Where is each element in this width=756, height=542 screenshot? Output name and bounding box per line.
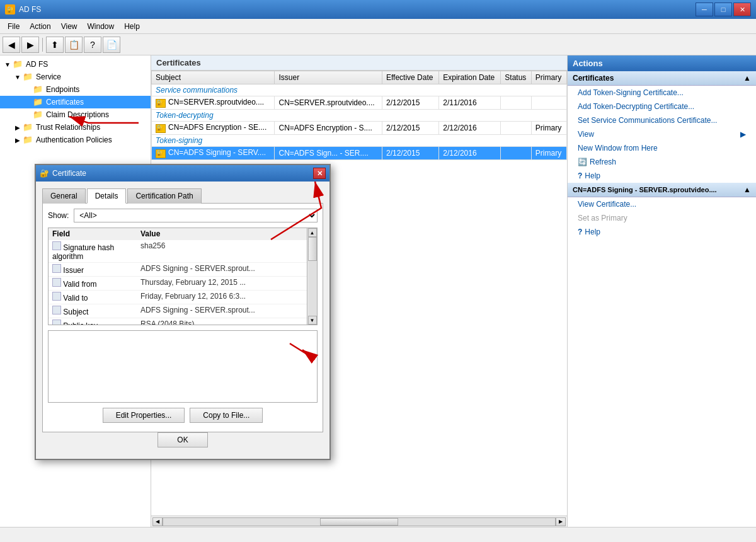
sidebar-item-trust[interactable]: ▶ 📁 Trust Relationships <box>0 121 151 134</box>
action-view-cert[interactable]: View Certificate... <box>568 197 756 211</box>
scroll-track[interactable] <box>163 517 556 526</box>
action-view[interactable]: View ▶ <box>568 127 756 141</box>
sidebar-label-endpoints: Endpoints <box>46 85 79 94</box>
field-row-2[interactable]: Valid from Thursday, February 12, 2015 .… <box>49 277 317 291</box>
action-refresh[interactable]: 🔄 Refresh <box>568 155 756 169</box>
dialog-ok-button[interactable]: OK <box>158 432 207 447</box>
edit-properties-button[interactable]: Edit Properties... <box>103 408 185 423</box>
forward-button[interactable]: ▶ <box>21 37 39 53</box>
tree-expand-certs: ▶ <box>23 99 33 106</box>
tab-cert-path-label: Certification Path <box>135 192 193 200</box>
cert-row-tokensign[interactable]: 🔐CN=ADFS Signing - SERV.... CN=ADFS Sign… <box>152 147 567 160</box>
tree-expand-endpoints: ▶ <box>23 86 33 93</box>
field-name-5: Public key <box>49 318 137 326</box>
tab-certification-path[interactable]: Certification Path <box>127 188 201 204</box>
action-set-service-comms[interactable]: Set Service Communications Certificate..… <box>568 113 756 127</box>
show-hide-button[interactable]: 📋 <box>65 37 83 53</box>
action-help-certs[interactable]: ? Help <box>568 169 756 183</box>
show-label: Show: <box>48 211 69 220</box>
sidebar-item-certificates[interactable]: ▶ 📁 Certificates <box>0 96 151 108</box>
window-title: AD FS <box>19 5 41 14</box>
menu-file[interactable]: File <box>3 20 25 33</box>
show-select[interactable]: <All> Version 1 Fields Only Extensions O… <box>74 209 318 222</box>
cert-expiration-servicecomm: 2/11/2016 <box>439 96 501 110</box>
cert-icon-tokensign: 🔐 <box>156 149 166 158</box>
sidebar-item-claims[interactable]: ▶ 📁 Claim Descriptions <box>0 108 151 121</box>
col-effective[interactable]: Effective Date <box>382 71 438 84</box>
field-icon-3 <box>52 292 61 301</box>
action-label-add-decrypting: Add Token-Decrypting Certificate... <box>578 102 694 111</box>
actions-section-signing-collapse[interactable]: ▲ <box>743 185 751 194</box>
window-controls: ─ □ ✕ <box>696 3 751 16</box>
scroll-right-track[interactable] <box>308 237 317 316</box>
show-row: Show: <All> Version 1 Fields Only Extens… <box>48 209 318 222</box>
field-row-0[interactable]: Signature hash algorithm sha256 <box>49 240 317 263</box>
scroll-down-arrow[interactable]: ▼ <box>308 316 317 325</box>
action-help-signing[interactable]: ? Help <box>568 225 756 239</box>
dialog-content: General Details Certification Path Show:… <box>36 182 329 459</box>
col-subject[interactable]: Subject <box>152 71 275 84</box>
sidebar-item-endpoints[interactable]: ▶ 📁 Endpoints <box>0 83 151 96</box>
cert-row-tokendecrypt[interactable]: 🔐CN=ADFS Encryption - SE.... CN=ADFS Enc… <box>152 122 567 135</box>
tab-general[interactable]: General <box>42 188 86 204</box>
action-add-signing[interactable]: Add Token-Signing Certificate... <box>568 86 756 100</box>
refresh-icon: 🔄 <box>578 158 587 166</box>
sidebar-label-certificates: Certificates <box>46 98 84 107</box>
field-icon-2 <box>52 278 61 287</box>
certificates-table: Subject Issuer Effective Date Expiration… <box>151 71 567 160</box>
scroll-right-arrow[interactable]: ▶ <box>556 517 566 526</box>
cert-status-tokendecrypt <box>501 122 532 135</box>
help-button[interactable]: ? <box>84 37 101 53</box>
sidebar-item-service[interactable]: ▼ 📁 Service <box>0 71 151 83</box>
properties-button[interactable]: 📄 <box>103 37 120 53</box>
col-primary[interactable]: Primary <box>531 71 566 84</box>
back-button[interactable]: ◀ <box>3 37 20 53</box>
section-header-token-sign: Token-signing <box>152 135 567 147</box>
horizontal-scrollbar[interactable]: ◀ ▶ <box>151 516 567 527</box>
col-status[interactable]: Status <box>501 71 532 84</box>
menu-view[interactable]: View <box>56 20 83 33</box>
action-new-window[interactable]: New Window from Here <box>568 141 756 155</box>
field-name-1: Issuer <box>49 263 137 277</box>
scroll-up-arrow[interactable]: ▲ <box>308 228 317 237</box>
copy-to-file-button[interactable]: Copy to File... <box>190 408 263 423</box>
col-issuer[interactable]: Issuer <box>275 71 382 84</box>
tab-details-content: Show: <All> Version 1 Fields Only Extens… <box>42 203 323 432</box>
help-icon-certs: ? <box>578 171 582 180</box>
scroll-right-thumb[interactable] <box>308 237 317 261</box>
actions-section-certificates[interactable]: Certificates ▲ <box>568 71 756 86</box>
field-row-5[interactable]: Public key RSA (2048 Bits) <box>49 318 317 326</box>
scroll-left-arrow[interactable]: ◀ <box>152 517 163 526</box>
tab-details[interactable]: Details <box>87 188 127 204</box>
field-row-4[interactable]: Subject ADFS Signing - SERVER.sprout... <box>49 304 317 318</box>
field-row-3[interactable]: Valid to Friday, February 12, 2016 6:3..… <box>49 291 317 304</box>
menu-action[interactable]: Action <box>25 20 55 33</box>
action-set-primary[interactable]: Set as Primary <box>568 211 756 225</box>
actions-section-signing[interactable]: CN=ADFS Signing - SERVER.sproutvideo....… <box>568 183 756 197</box>
sidebar-item-auth[interactable]: ▶ 📁 Authentication Policies <box>0 134 151 146</box>
tree-expand-claims: ▶ <box>23 112 33 118</box>
menu-help[interactable]: Help <box>119 20 145 33</box>
field-row-1[interactable]: Issuer ADFS Signing - SERVER.sprout... <box>49 263 317 277</box>
dialog-close-button[interactable]: ✕ <box>313 168 326 179</box>
scroll-thumb[interactable] <box>320 518 398 526</box>
cert-subject-tokendecrypt: 🔐CN=ADFS Encryption - SE.... <box>152 122 275 135</box>
close-button[interactable]: ✕ <box>733 3 751 16</box>
value-col-header: Value <box>137 228 317 240</box>
menu-window[interactable]: Window <box>83 20 120 33</box>
tree-expand-icon: ▼ <box>3 61 13 68</box>
maximize-button[interactable]: □ <box>714 3 732 16</box>
col-expiration[interactable]: Expiration Date <box>439 71 501 84</box>
field-value-4: ADFS Signing - SERVER.sprout... <box>137 304 317 318</box>
section-header-service-comms: Service communications <box>152 84 567 96</box>
actions-section-certs-collapse[interactable]: ▲ <box>743 74 751 83</box>
field-value-2: Thursday, February 12, 2015 ... <box>137 277 317 291</box>
folder-icon-endpoints: 📁 <box>33 84 44 95</box>
sidebar-item-adfs[interactable]: ▼ 📁 AD FS <box>0 58 151 71</box>
minimize-button[interactable]: ─ <box>696 3 713 16</box>
cert-row-servicecomm[interactable]: 🔐CN=SERVER.sproutvideo.... CN=SERVER.spr… <box>152 96 567 110</box>
up-button[interactable]: ⬆ <box>46 37 64 53</box>
sidebar-label-trust: Trust Relationships <box>36 123 100 132</box>
fields-scrollbar[interactable]: ▲ ▼ <box>307 228 317 325</box>
action-add-decrypting[interactable]: Add Token-Decrypting Certificate... <box>568 100 756 113</box>
